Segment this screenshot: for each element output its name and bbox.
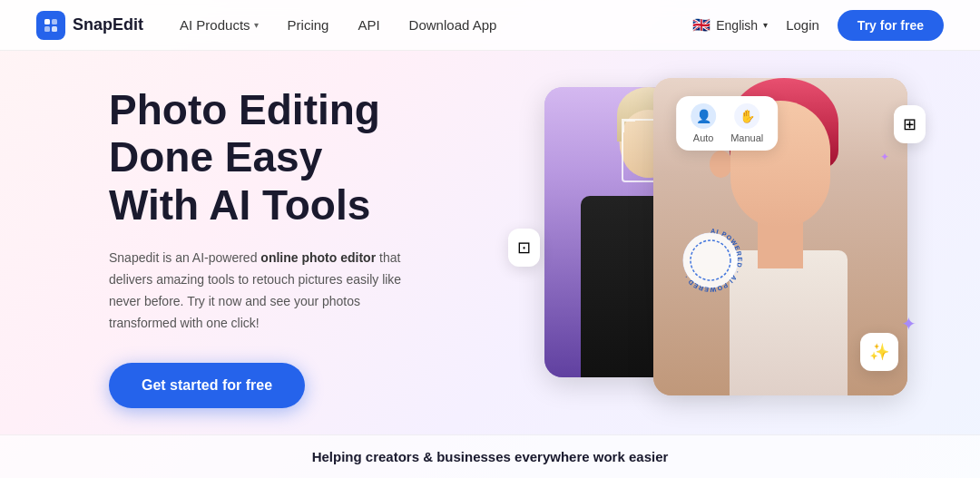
svg-rect-3 [52,26,57,32]
navbar: SnapEdit AI Products ▾ Pricing API Downl… [0,0,980,51]
manual-mode[interactable]: ✋ Manual [730,103,763,143]
nav-right: 🇬🇧 English ▾ Login Try for free [692,10,944,41]
ai-powered-badge: AI POWERED · AI POWERED · [679,229,742,292]
nav-pricing[interactable]: Pricing [288,17,329,33]
nav-api[interactable]: API [358,17,379,33]
svg-rect-1 [52,19,57,24]
language-selector[interactable]: 🇬🇧 English ▾ [692,16,768,34]
nav-download[interactable]: Download App [409,17,497,33]
chevron-down-icon: ▾ [763,20,768,30]
hero-title: Photo Editing Done Easy With AI Tools [109,86,490,230]
try-free-button[interactable]: Try for free [838,10,944,41]
sparkle-icon: ✦ [901,313,916,335]
layers-icon: ⊡ [517,239,531,257]
login-button[interactable]: Login [786,17,819,33]
svg-rect-0 [44,19,50,24]
magic-wand-icon: ✨ [869,343,889,361]
sparkle-small-icon: ✦ [880,151,889,163]
manual-icon: ✋ [734,103,760,129]
nav-ai-products[interactable]: AI Products ▾ [180,17,259,33]
get-started-button[interactable]: Get started for free [109,363,305,408]
hero-section: Photo Editing Done Easy With AI Tools Sn… [0,51,980,434]
bottom-bar: Helping creators & businesses everywhere… [0,434,980,478]
magic-wand-chip[interactable]: ✨ [860,333,898,371]
tool-chip-right[interactable]: ⊞ [894,105,926,143]
chevron-down-icon: ▾ [254,20,259,30]
auto-mode[interactable]: 👤 Auto [691,103,716,143]
logo-icon [36,11,65,40]
hero-text: Photo Editing Done Easy With AI Tools Sn… [109,86,490,409]
auto-icon: 👤 [691,103,716,129]
logo[interactable]: SnapEdit [36,11,143,40]
bottom-bar-text: Helping creators & businesses everywhere… [312,449,669,464]
hero-visual: 👤 Auto ✋ Manual ⊡ [490,78,944,416]
brand-name: SnapEdit [73,15,143,34]
crop-icon: ⊞ [903,115,916,133]
mode-chip[interactable]: 👤 Auto ✋ Manual [676,96,778,151]
svg-rect-2 [44,26,50,32]
hero-description: Snapedit is an AI-powered online photo e… [109,248,417,334]
nav-links: AI Products ▾ Pricing API Download App [180,17,692,33]
tool-chip-left[interactable]: ⊡ [508,229,540,267]
